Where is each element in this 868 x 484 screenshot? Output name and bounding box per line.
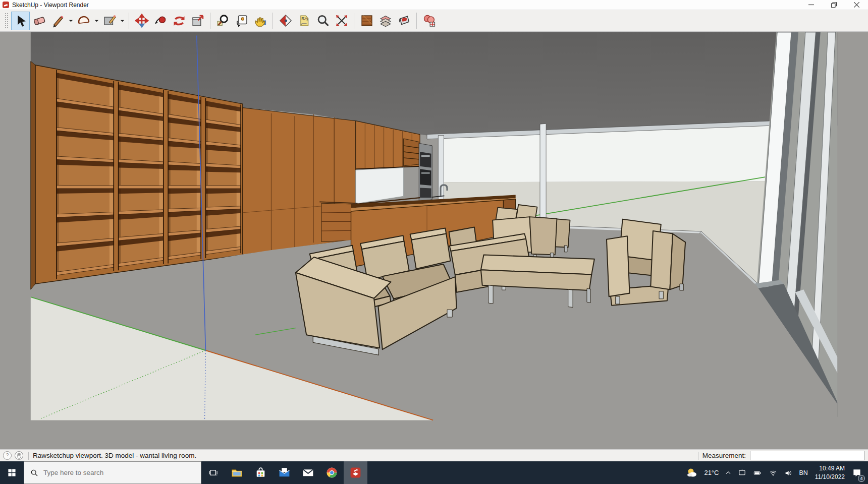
toolbar-separator xyxy=(129,13,129,29)
windows-logo-icon xyxy=(8,468,16,477)
taskbar-app-chrome[interactable] xyxy=(320,461,344,484)
battery-icon xyxy=(752,469,763,477)
tool-arc-dropdown[interactable] xyxy=(93,12,100,30)
wifi-button[interactable] xyxy=(766,461,781,484)
tool-pan-button[interactable] xyxy=(251,12,269,30)
tool-zoom-button[interactable] xyxy=(313,12,332,30)
store-icon xyxy=(254,466,267,479)
tool-shapes-button[interactable] xyxy=(100,12,119,30)
tool-follow-me-button[interactable] xyxy=(151,12,170,30)
svg-text:Bzy: Bzy xyxy=(301,17,309,21)
windows-taskbar: 21°C BN 10:49 AM 11/10/2022 xyxy=(0,461,868,484)
notification-badge: 4 xyxy=(858,475,865,482)
minimize-icon xyxy=(808,2,814,8)
wifi-icon xyxy=(769,469,778,477)
tool-axes-button[interactable]: Bzy xyxy=(295,12,313,30)
minimize-button[interactable] xyxy=(800,0,823,10)
scene-render xyxy=(0,32,868,450)
tool-arc-button[interactable] xyxy=(74,12,93,30)
taskbar-app-file-explorer[interactable] xyxy=(225,461,249,484)
restore-icon xyxy=(831,2,837,8)
battery-button[interactable] xyxy=(749,461,766,484)
status-message: Rawsketchup viewport. 3D model - wantal … xyxy=(33,452,196,459)
close-button[interactable] xyxy=(845,0,868,10)
measurement-separator xyxy=(698,452,698,460)
tool-line-button[interactable] xyxy=(48,12,67,30)
position-camera-icon xyxy=(235,14,249,28)
tool-section-plane-button[interactable] xyxy=(276,12,295,30)
select-icon xyxy=(14,14,28,28)
section-plane-icon xyxy=(279,14,293,28)
tray-overflow-button[interactable] xyxy=(722,461,735,484)
clock[interactable]: 10:49 AM 11/10/2022 xyxy=(811,461,849,484)
start-button[interactable] xyxy=(0,461,24,484)
help-button[interactable]: ? xyxy=(3,451,12,460)
follow-me-icon xyxy=(153,14,168,28)
system-tray: 21°C BN 10:49 AM 11/10/2022 xyxy=(683,461,868,484)
sketchup-icon xyxy=(349,466,362,479)
materials-icon xyxy=(360,14,374,28)
volume-button[interactable] xyxy=(781,461,796,484)
chevron-up-icon xyxy=(725,469,732,476)
taskbar-app-envelope[interactable] xyxy=(296,461,320,484)
search-input[interactable] xyxy=(43,469,185,476)
arc-icon xyxy=(77,14,91,28)
scale-icon xyxy=(191,14,205,28)
title-bar: SketchUp - Viewport Render xyxy=(0,0,868,10)
task-view-icon xyxy=(208,468,218,477)
tool-select-button[interactable] xyxy=(11,12,30,30)
toolbar-separator xyxy=(354,13,354,29)
layers-icon xyxy=(378,14,393,28)
sketchup-window: SketchUp - Viewport Render Bzy xyxy=(0,0,868,484)
measurement-input[interactable] xyxy=(750,451,865,460)
temperature-readout[interactable]: 21°C xyxy=(701,461,722,484)
pan-icon xyxy=(253,14,267,28)
file-explorer-icon xyxy=(231,466,243,479)
tool-position-camera-button[interactable] xyxy=(232,12,251,30)
tool-shapes-dropdown[interactable] xyxy=(119,12,126,30)
status-bar: ? Rawsketchup viewport. 3D model - wanta… xyxy=(0,449,868,461)
tool-zoom-window-button[interactable] xyxy=(213,12,232,30)
taskbar-apps xyxy=(225,461,367,484)
tool-line-dropdown[interactable] xyxy=(67,12,74,30)
task-view-button[interactable] xyxy=(201,461,225,484)
shapes-icon xyxy=(102,14,117,28)
language-indicator[interactable]: BN xyxy=(796,461,810,484)
tool-zoom-extents-button[interactable] xyxy=(332,12,351,30)
speaker-icon xyxy=(784,469,793,477)
tool-materials-button[interactable] xyxy=(357,12,376,30)
action-center-button[interactable]: 4 xyxy=(849,461,868,484)
toolbar-grip[interactable] xyxy=(5,13,8,28)
taskbar-app-store[interactable] xyxy=(249,461,273,484)
clock-time: 10:49 AM xyxy=(815,464,845,472)
geolocation-button[interactable] xyxy=(15,451,23,460)
toolbar-separator xyxy=(416,13,417,29)
tool-eraser-button[interactable] xyxy=(30,12,48,30)
move-icon xyxy=(135,14,149,28)
question-icon: ? xyxy=(6,453,9,458)
tool-paint-bucket-button[interactable] xyxy=(395,12,413,30)
envelope-icon xyxy=(302,466,314,479)
tool-move-button[interactable] xyxy=(132,12,151,30)
tool-rotate-button[interactable] xyxy=(170,12,188,30)
mail-icon xyxy=(278,466,291,479)
toolbar-separator xyxy=(210,13,210,29)
eraser-icon xyxy=(32,14,46,28)
tool-components-button[interactable] xyxy=(420,12,439,30)
tablet-mode-button[interactable] xyxy=(735,461,749,484)
tool-layers-button[interactable] xyxy=(376,12,395,30)
chevron-down-icon xyxy=(120,19,125,23)
taskbar-app-sketchup[interactable] xyxy=(344,461,367,484)
taskbar-app-mail[interactable] xyxy=(273,461,296,484)
weather-button[interactable] xyxy=(683,461,701,484)
tool-scale-button[interactable] xyxy=(188,12,207,30)
toolbar: Bzy xyxy=(0,10,868,32)
chrome-icon xyxy=(326,466,338,479)
taskbar-search[interactable] xyxy=(24,461,201,484)
device-icon xyxy=(738,468,746,477)
axes-icon: Bzy xyxy=(297,14,311,28)
viewport-3d-canvas[interactable] xyxy=(0,32,868,449)
restore-button[interactable] xyxy=(823,0,845,10)
rotate-icon xyxy=(172,14,186,28)
window-title: SketchUp - Viewport Render xyxy=(12,2,89,9)
